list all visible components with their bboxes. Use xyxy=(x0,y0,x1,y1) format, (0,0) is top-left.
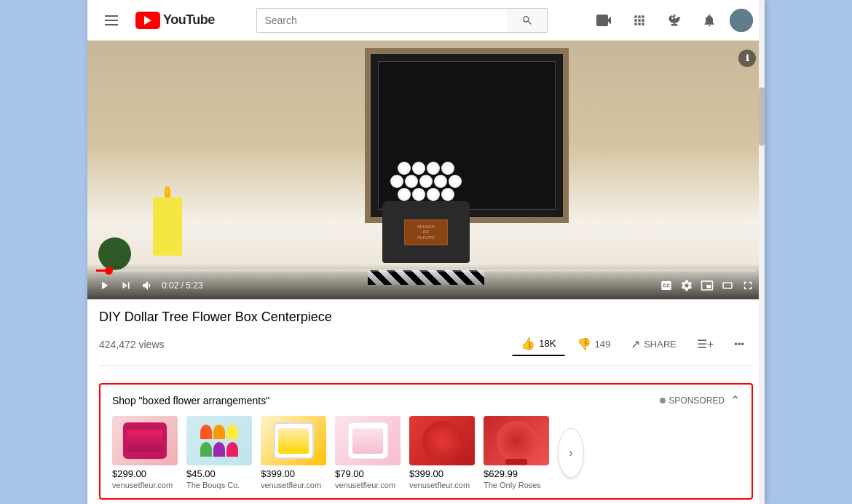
video-title: DIY Dollar Tree Flower Box Centerpiece xyxy=(99,308,753,326)
progress-fill xyxy=(96,269,109,272)
sponsored-label: SPONSORED xyxy=(668,395,725,406)
sponsored-badge: SPONSORED xyxy=(660,395,725,406)
video-content-area: MAISON DE FLEURS ℹ xyxy=(87,41,765,504)
share-icon: ↗ xyxy=(631,337,640,351)
captions-button[interactable] xyxy=(658,277,674,294)
hamburger-menu-icon[interactable] xyxy=(99,9,124,31)
shop-header: Shop "boxed flower arrangements" SPONSOR… xyxy=(112,393,740,407)
bell-icon xyxy=(702,13,717,28)
save-button[interactable]: ☰+ xyxy=(688,333,722,355)
sponsored-dot xyxy=(660,398,666,403)
flower-box-label: MAISON DE FLEURS xyxy=(404,219,448,245)
shop-title: Shop "boxed flower arrangements" xyxy=(112,395,269,406)
video-camera-icon[interactable] xyxy=(590,6,619,35)
product-price: $399.00 xyxy=(261,468,326,479)
product-image xyxy=(484,416,549,465)
chevron-up-icon: ⌃ xyxy=(730,394,740,406)
collapse-button[interactable]: ⌃ xyxy=(730,393,740,407)
product-image xyxy=(261,416,326,465)
video-thumbnail: MAISON DE FLEURS xyxy=(87,41,765,299)
product-image xyxy=(409,416,475,465)
next-button[interactable] xyxy=(118,277,134,294)
header-right xyxy=(590,6,753,35)
product-image xyxy=(186,416,252,465)
product-source: The Only Roses xyxy=(484,481,549,489)
product-image xyxy=(335,416,401,465)
video-meta-row: 424,472 views 👍 18K 👎 149 ↗ SHARE xyxy=(99,332,753,366)
search-container xyxy=(256,8,548,33)
scroll-thumb[interactable] xyxy=(759,87,765,146)
search-button[interactable] xyxy=(507,8,548,33)
shop-controls: SPONSORED ⌃ xyxy=(660,393,740,407)
video-controls[interactable]: 0:02 / 5:23 xyxy=(87,264,765,299)
product-card[interactable]: $45.00 The Bouqs Co. xyxy=(186,416,252,489)
search-icon xyxy=(521,15,533,26)
product-price: $299.00 xyxy=(112,468,178,479)
product-card[interactable]: $629.99 The Only Roses xyxy=(484,416,549,489)
chevron-right-icon: › xyxy=(569,446,572,460)
thumbs-down-icon: 👎 xyxy=(577,337,591,351)
avatar-image xyxy=(730,9,753,32)
product-price: $629.99 xyxy=(484,468,549,479)
shopping-section: Shop "boxed flower arrangements" SPONSOR… xyxy=(99,383,753,500)
dislike-count: 149 xyxy=(595,339,611,350)
settings-button[interactable] xyxy=(679,277,695,294)
product-card[interactable]: $79.00 venusetfleur.com xyxy=(335,416,401,489)
flower-box-container: MAISON DE FLEURS xyxy=(382,201,470,263)
create-video-icon xyxy=(596,15,612,26)
time-display: 0:02 / 5:23 xyxy=(162,280,203,291)
product-card[interactable]: $399.00 venusetfleur.com xyxy=(409,416,475,489)
volume-button[interactable] xyxy=(140,277,156,294)
flower-box: MAISON DE FLEURS xyxy=(382,162,470,263)
product-card[interactable]: $299.00 venusetfleur.com xyxy=(112,416,178,489)
progress-bar[interactable] xyxy=(96,269,756,272)
video-info-section: DIY Dollar Tree Flower Box Centerpiece 4… xyxy=(87,299,765,374)
main-content: MAISON DE FLEURS ℹ xyxy=(87,41,765,504)
flower-box-label-text: MAISON DE FLEURS xyxy=(417,224,435,240)
action-buttons: 👍 18K 👎 149 ↗ SHARE ☰+ xyxy=(512,332,753,356)
youtube-header: YouTube xyxy=(87,0,765,41)
product-source: venusetfleur.com xyxy=(409,481,475,489)
product-source: venusetfleur.com xyxy=(261,481,326,489)
share-button[interactable]: ↗ SHARE xyxy=(622,333,685,355)
miniplayer-button[interactable] xyxy=(699,277,715,294)
avatar[interactable] xyxy=(730,9,753,32)
like-button[interactable]: 👍 18K xyxy=(512,332,564,356)
more-button[interactable]: ••• xyxy=(725,334,753,354)
save-icon: ☰+ xyxy=(697,337,714,351)
youtube-logo-icon xyxy=(135,12,160,29)
chat-icon[interactable] xyxy=(660,6,689,35)
search-input[interactable] xyxy=(256,8,507,33)
products-row: $299.00 venusetfleur.com xyxy=(112,416,740,489)
controls-row: 0:02 / 5:23 xyxy=(96,277,756,294)
youtube-logo[interactable]: YouTube xyxy=(135,12,215,29)
product-price: $399.00 xyxy=(409,468,475,479)
share-label: SHARE xyxy=(644,339,677,350)
grid-apps-icon xyxy=(632,13,647,28)
products-next-button[interactable]: › xyxy=(558,428,584,478)
candle-decor xyxy=(153,197,182,256)
dislike-button[interactable]: 👎 149 xyxy=(568,333,620,355)
youtube-logo-text: YouTube xyxy=(163,12,215,28)
video-info-button[interactable]: ℹ xyxy=(738,50,756,67)
product-image xyxy=(112,416,178,465)
like-count: 18K xyxy=(539,338,556,349)
product-source: The Bouqs Co. xyxy=(186,481,252,489)
gaming-icon xyxy=(667,13,682,28)
thumbs-up-icon: 👍 xyxy=(521,336,535,350)
product-price: $79.00 xyxy=(335,468,401,479)
play-button[interactable] xyxy=(96,277,112,294)
fullscreen-button[interactable] xyxy=(740,277,756,294)
video-player[interactable]: MAISON DE FLEURS ℹ xyxy=(87,41,765,299)
product-card[interactable]: $399.00 venusetfleur.com xyxy=(261,416,326,489)
browser-window: YouTube xyxy=(87,0,765,504)
right-controls xyxy=(658,277,756,294)
more-icon: ••• xyxy=(734,339,744,350)
scrollbar[interactable] xyxy=(759,41,765,504)
product-source: venusetfleur.com xyxy=(112,481,178,489)
notification-icon[interactable] xyxy=(695,6,724,35)
product-source: venusetfleur.com xyxy=(335,481,401,489)
view-count: 424,472 views xyxy=(99,339,165,350)
apps-icon[interactable] xyxy=(625,6,654,35)
theater-mode-button[interactable] xyxy=(719,277,735,294)
